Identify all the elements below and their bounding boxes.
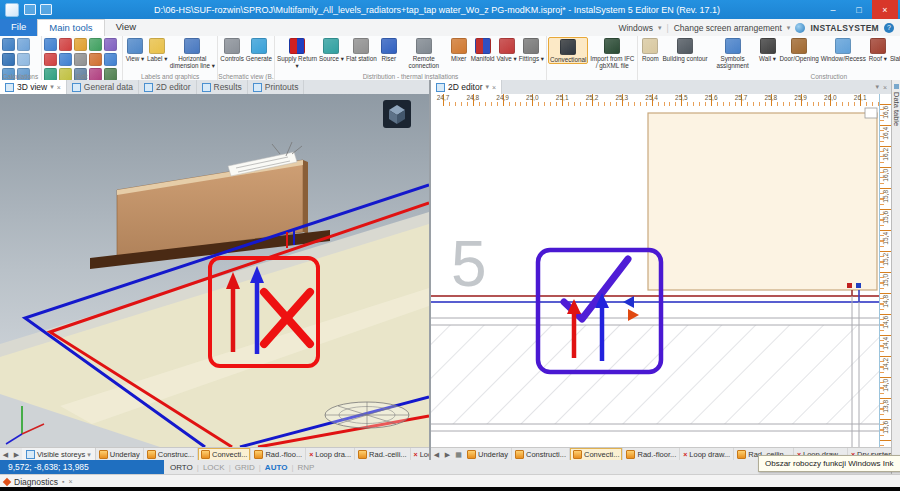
ribbon-button-riser[interactable]: Riser	[378, 37, 400, 62]
ribbon-button-roof[interactable]: Roof ▾	[867, 37, 889, 62]
right-panel-header: 2D editor▾×▾×	[431, 80, 891, 95]
ribbon-tab-file[interactable]: File	[0, 19, 37, 36]
calc-run-icon[interactable]	[2, 53, 15, 66]
panel-tab-label: Results	[214, 82, 242, 92]
align-icon[interactable]	[104, 53, 117, 66]
ribbon-button-source[interactable]: Source ▾	[318, 37, 345, 62]
ribbon-button-slab-opening[interactable]: Slab/Opening	[889, 37, 900, 62]
help-icon[interactable]: ?	[884, 23, 894, 33]
calc-table-icon[interactable]	[2, 38, 15, 51]
2d-editor-canvas[interactable]: 5	[431, 106, 879, 447]
panel-tab-2d-editor[interactable]: 2D editor	[139, 80, 197, 94]
ribbon-button-building-contour[interactable]: Building contour	[661, 37, 708, 62]
ribbon-group-label: Calculations	[0, 73, 41, 80]
layer-icon	[626, 450, 635, 459]
ribbon-button-import-from-ifc-gbxml-file[interactable]: Import from IFC / gbXML file	[588, 37, 636, 69]
windows-menu[interactable]: Windows	[618, 23, 652, 33]
ribbon-tab-view[interactable]: View	[105, 19, 147, 36]
cut-icon[interactable]	[59, 38, 72, 51]
error-icon: ×	[309, 451, 313, 458]
storey-tab-label: Underlay	[478, 450, 508, 459]
paste-icon[interactable]	[89, 38, 102, 51]
panel-tab-2d-editor[interactable]: 2D editor▾×	[431, 80, 502, 94]
data-table-dock-tab[interactable]: Data table	[891, 80, 900, 491]
maximize-button[interactable]: □	[846, 0, 872, 19]
diagnostics-bar[interactable]: Diagnostics ▪ ×	[0, 474, 900, 488]
ribbon-group-body-6: RoomBuilding contourSymbols assignmentWa…	[639, 37, 900, 71]
ribbon-button-label: Riser	[381, 55, 396, 62]
ribbon-button-room[interactable]: Room	[639, 37, 661, 62]
ribbon-button-wall[interactable]: Wall ▾	[757, 37, 779, 62]
panel-close-icon[interactable]: ×	[883, 84, 887, 91]
strip-nav-right-icon[interactable]: ▶	[442, 451, 453, 459]
symbols-assignment-icon	[725, 38, 741, 54]
status-flag-grid[interactable]: GRID	[235, 463, 255, 472]
panel-tab-close-icon[interactable]: ×	[492, 84, 496, 91]
ribbon-button-horizontal-dimension-line[interactable]: Horizontal dimension line ▾	[168, 37, 216, 69]
mirror-icon[interactable]	[89, 53, 102, 66]
ribbon-button-label[interactable]: Label ▾	[146, 37, 168, 62]
ribbon-tab-main-tools[interactable]: Main tools	[37, 19, 104, 36]
ribbon-button-window-recess[interactable]: Window/Recess	[820, 37, 867, 62]
ribbon-group-calculations: Calculations	[0, 36, 42, 80]
calc-sheet-icon[interactable]	[17, 38, 30, 51]
panel-tab-results[interactable]: Results	[197, 80, 248, 94]
layer-icon	[358, 450, 367, 459]
visible-storeys-label: Visible storeys	[37, 450, 85, 459]
ribbon-button-mixer[interactable]: Mixer	[448, 37, 470, 62]
panel-dropdown-icon[interactable]: ▾	[875, 83, 879, 91]
status-flag-rnp[interactable]: RNP	[297, 463, 314, 472]
undo-icon[interactable]	[104, 38, 117, 51]
panel-tab-close-icon[interactable]: ×	[57, 84, 61, 91]
3d-viewport[interactable]	[0, 94, 429, 447]
panel-tab-dropdown-icon[interactable]: ▾	[50, 83, 54, 91]
error-icon: ×	[414, 451, 418, 458]
app-icon[interactable]	[5, 3, 19, 17]
strip-nav-right-icon[interactable]: ▶	[11, 451, 22, 459]
status-flag-orto[interactable]: ORTO	[170, 463, 193, 472]
status-flag-auto[interactable]: AUTO	[265, 463, 288, 472]
strip-grid-view-icon[interactable]: ▦	[453, 451, 464, 459]
move-icon[interactable]	[59, 53, 72, 66]
ribbon-button-convectional[interactable]: Convectional	[548, 37, 588, 64]
strip-nav-left-icon[interactable]: ◀	[0, 451, 11, 459]
ribbon-button-generate[interactable]: Generate	[245, 37, 273, 62]
status-flag-lock[interactable]: LOCK	[203, 463, 225, 472]
close-button[interactable]: ×	[872, 0, 898, 19]
redo-icon[interactable]	[44, 53, 57, 66]
ruler-label: 16,0	[882, 169, 889, 182]
copy-icon[interactable]	[74, 38, 87, 51]
strip-nav-left-icon[interactable]: ◀	[431, 451, 442, 459]
select-icon[interactable]	[44, 38, 57, 51]
ribbon-button-flat-station[interactable]: Flat station	[345, 37, 378, 62]
quick-access-icon[interactable]	[40, 4, 52, 15]
panel-tab-3d-view[interactable]: 3D view▾×	[0, 80, 67, 94]
diagnostics-close-icon[interactable]: ×	[68, 478, 72, 485]
rotate-icon[interactable]	[74, 53, 87, 66]
panel-splitter[interactable]	[429, 80, 431, 460]
ribbon-button-manifold[interactable]: Manifold	[470, 37, 496, 62]
ribbon-button-fittings[interactable]: Fittings ▾	[518, 37, 545, 62]
ruler-label: 14,4	[882, 337, 889, 350]
ribbon-button-view[interactable]: View ▾	[124, 37, 146, 62]
panel-tab-dropdown-icon[interactable]: ▾	[486, 83, 490, 91]
ribbon-button-controls[interactable]: Controls	[219, 37, 244, 62]
ribbon-button-door-opening[interactable]: Door/Opening	[779, 37, 820, 62]
ribbon-button-symbols-assignment[interactable]: Symbols assignment	[709, 37, 757, 69]
ribbon-button-supply-return[interactable]: Supply Return ▾	[276, 37, 318, 69]
ribbon-button-remote-connection[interactable]: Remote connection	[400, 37, 448, 69]
change-screen-arrangement-menu[interactable]: Change screen arrangement	[674, 23, 782, 33]
wall-side-edge-3d	[303, 160, 308, 234]
ribbon-button-valve[interactable]: Valve ▾	[496, 37, 518, 62]
save-icon[interactable]	[24, 4, 36, 15]
panel-tab-general-data[interactable]: General data	[67, 80, 139, 94]
panel-tab-printouts[interactable]: Printouts	[248, 80, 305, 94]
calc-results-icon[interactable]	[17, 53, 30, 66]
3d-viewport-canvas[interactable]	[0, 94, 429, 447]
minimize-button[interactable]: –	[820, 0, 846, 19]
source-icon	[323, 38, 339, 54]
ribbon-group-construction: RoomBuilding contourSymbols assignmentWa…	[638, 36, 900, 80]
diagnostics-pin-icon[interactable]: ▪	[62, 478, 64, 485]
2d-editor-viewport[interactable]: 5	[431, 106, 879, 447]
ribbon-button-label: Room	[642, 55, 659, 62]
